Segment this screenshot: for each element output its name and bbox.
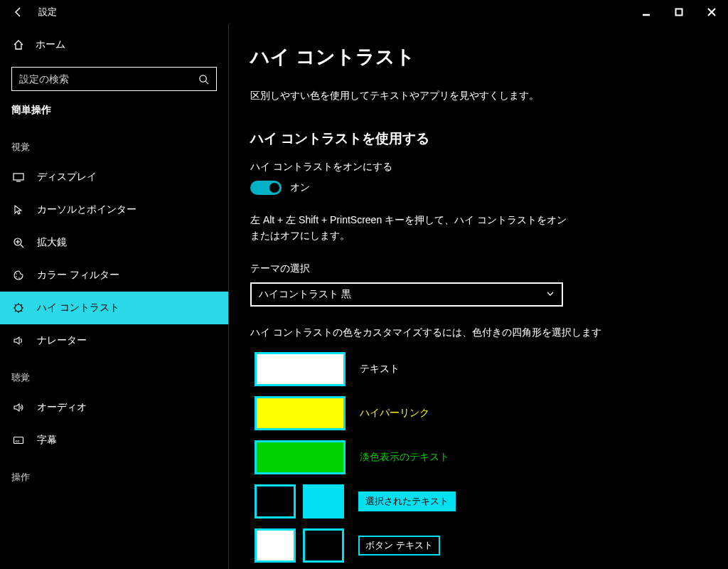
svg-line-3 [205, 81, 208, 84]
theme-label: テーマの選択 [250, 262, 707, 275]
sidebar-item-label: カラー フィルター [37, 269, 119, 282]
section-title: 簡単操作 [0, 104, 228, 127]
palette-icon [11, 270, 26, 281]
magnifier-icon [11, 237, 26, 248]
customize-hint: ハイ コントラストの色をカスタマイズするには、色付きの四角形を選択します [250, 326, 707, 339]
minimize-button[interactable] [630, 0, 663, 24]
caption-icon: cc [11, 435, 26, 446]
svg-line-21 [21, 304, 23, 306]
sidebar-item-label: ディスプレイ [37, 171, 97, 184]
svg-rect-4 [14, 174, 23, 180]
sidebar-item-color-filter[interactable]: カラー フィルター [0, 259, 228, 292]
swatch-button-fg[interactable] [255, 528, 296, 563]
swatch-selected-label: 選択されたテキスト [358, 491, 456, 511]
cursor-icon [11, 204, 26, 216]
narrator-icon [11, 335, 26, 346]
sidebar: ホーム 簡単操作 視覚 ディスプレイ カーソ [0, 24, 229, 569]
close-button[interactable] [695, 0, 728, 24]
svg-point-10 [16, 273, 17, 275]
sidebar-item-label: ナレーター [37, 334, 87, 347]
swatch-disabled[interactable] [255, 440, 346, 474]
search-input[interactable] [11, 67, 217, 91]
maximize-button[interactable] [663, 0, 695, 24]
svg-rect-1 [676, 9, 682, 16]
home-nav[interactable]: ホーム [0, 31, 228, 58]
swatch-button-label: ボタン テキスト [358, 536, 440, 555]
theme-dropdown[interactable]: ハイコントラスト 黒 [250, 282, 563, 307]
sidebar-item-audio[interactable]: オーディオ [0, 391, 228, 424]
window-title: 設定 [38, 6, 57, 18]
svg-text:cc: cc [16, 439, 20, 443]
sidebar-item-caption[interactable]: cc 字幕 [0, 424, 228, 457]
audio-icon [11, 402, 26, 413]
toggle-state: オン [290, 181, 310, 194]
sidebar-item-high-contrast[interactable]: ハイ コントラスト [0, 292, 228, 324]
sidebar-item-label: ハイ コントラスト [37, 302, 119, 314]
sidebar-item-label: カーソルとポインター [37, 203, 136, 216]
sidebar-item-display[interactable]: ディスプレイ [0, 161, 228, 193]
group-title-vision: 視覚 [0, 127, 228, 161]
sidebar-item-label: オーディオ [37, 401, 87, 414]
swatch-text[interactable] [255, 352, 346, 386]
shortcut-hint: 左 Alt + 左 Shift + PrintScreen キーを押して、ハイ … [250, 212, 570, 244]
svg-point-11 [16, 276, 17, 277]
swatch-selected-fg[interactable] [255, 484, 296, 519]
main-content: ハイ コントラスト 区別しやすい色を使用してテキストやアプリを見やすくします。 … [229, 24, 728, 569]
svg-line-19 [21, 311, 23, 312]
display-icon [11, 171, 26, 183]
sidebar-item-label: 拡大鏡 [37, 236, 67, 249]
swatch-hyperlink[interactable] [255, 396, 346, 430]
sidebar-item-magnifier[interactable]: 拡大鏡 [0, 226, 228, 259]
group-title-hearing: 聴覚 [0, 357, 228, 391]
sidebar-item-cursor[interactable]: カーソルとポインター [0, 193, 228, 226]
svg-point-12 [18, 277, 20, 279]
group-title-interaction: 操作 [0, 457, 228, 491]
swatch-disabled-label: 淡色表示のテキスト [360, 451, 449, 464]
page-description: 区別しやすい色を使用してテキストやアプリを見やすくします。 [250, 90, 707, 102]
search-field[interactable] [19, 73, 198, 85]
theme-value: ハイコントラスト 黒 [259, 288, 546, 301]
search-icon [198, 74, 209, 85]
contrast-icon [11, 302, 26, 314]
svg-point-2 [200, 75, 206, 81]
swatch-button-bg[interactable] [303, 528, 344, 563]
swatch-hyperlink-label: ハイパーリンク [360, 407, 429, 420]
chevron-down-icon [546, 289, 555, 300]
svg-line-20 [15, 311, 16, 312]
sidebar-item-narrator[interactable]: ナレーター [0, 324, 228, 357]
page-title: ハイ コントラスト [250, 44, 707, 70]
toggle-label: ハイ コントラストをオンにする [250, 161, 707, 174]
high-contrast-toggle[interactable] [250, 181, 282, 195]
svg-line-18 [15, 304, 16, 306]
titlebar: 設定 [0, 0, 728, 24]
home-label: ホーム [36, 38, 65, 51]
svg-line-9 [21, 245, 23, 248]
swatch-selected-bg[interactable] [303, 484, 344, 519]
back-button[interactable] [10, 4, 27, 21]
swatch-text-label: テキスト [360, 363, 400, 376]
use-heading: ハイ コントラストを使用する [250, 129, 707, 148]
sidebar-item-label: 字幕 [37, 434, 57, 447]
home-icon [11, 39, 26, 50]
